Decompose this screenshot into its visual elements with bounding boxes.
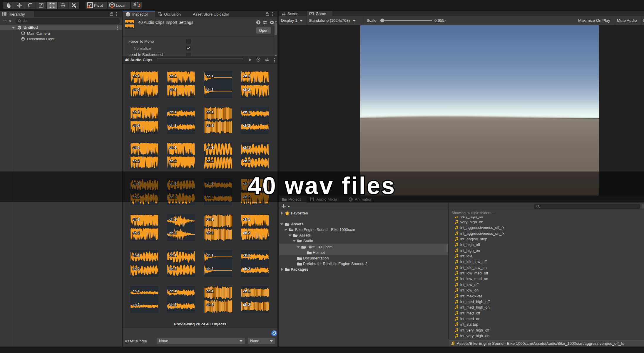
svg-text:ch 2: ch 2 xyxy=(243,124,250,128)
svg-text:ch 1: ch 1 xyxy=(206,289,213,293)
svg-text:ch 2: ch 2 xyxy=(243,231,250,235)
svg-text:ch 2: ch 2 xyxy=(169,231,176,235)
svg-text:ch 1: ch 1 xyxy=(169,289,176,293)
svg-text:ch 2: ch 2 xyxy=(133,88,140,92)
svg-text:ch 1: ch 1 xyxy=(169,217,176,222)
svg-text:ch 1: ch 1 xyxy=(133,289,140,293)
svg-text:ch 2: ch 2 xyxy=(169,159,176,163)
svg-text:ch 2: ch 2 xyxy=(133,303,140,307)
svg-text:ch 1: ch 1 xyxy=(206,146,213,150)
svg-text:ch 1: ch 1 xyxy=(169,253,176,257)
svg-text:ch 1: ch 1 xyxy=(206,253,213,257)
svg-text:ch 2: ch 2 xyxy=(206,88,213,92)
svg-text:ch 1: ch 1 xyxy=(133,110,140,114)
svg-text:ch 1: ch 1 xyxy=(243,289,250,293)
svg-text:ch 1: ch 1 xyxy=(169,110,176,114)
svg-text:ch 1: ch 1 xyxy=(133,253,140,257)
svg-text:ch 2: ch 2 xyxy=(243,159,250,163)
svg-text:40 wav files: 40 wav files xyxy=(248,172,396,199)
svg-text:ch 2: ch 2 xyxy=(243,88,250,92)
svg-text:ch 2: ch 2 xyxy=(169,267,176,271)
svg-text:ch 2: ch 2 xyxy=(206,267,213,271)
svg-text:ch 1: ch 1 xyxy=(133,217,140,222)
svg-text:ch 2: ch 2 xyxy=(169,303,176,307)
svg-text:ch 1: ch 1 xyxy=(243,217,250,222)
svg-text:ch 1: ch 1 xyxy=(206,110,213,114)
svg-text:ch 1: ch 1 xyxy=(206,74,213,78)
svg-text:ch 2: ch 2 xyxy=(243,267,250,271)
svg-text:ch 1: ch 1 xyxy=(169,74,176,78)
svg-text:ch 2: ch 2 xyxy=(169,124,176,128)
svg-text:ch 1: ch 1 xyxy=(243,110,250,114)
svg-text:ch 2: ch 2 xyxy=(133,124,140,128)
svg-text:ch 1: ch 1 xyxy=(169,146,176,150)
svg-text:ch 1: ch 1 xyxy=(243,253,250,257)
svg-text:ch 1: ch 1 xyxy=(206,217,213,222)
svg-text:ch 1: ch 1 xyxy=(133,146,140,150)
svg-text:ch 2: ch 2 xyxy=(206,303,213,307)
svg-text:ch 2: ch 2 xyxy=(133,267,140,271)
svg-text:ch 2: ch 2 xyxy=(133,159,140,163)
svg-text:?: ? xyxy=(257,21,259,24)
svg-text:ch 2: ch 2 xyxy=(206,159,213,163)
svg-text:ch 2: ch 2 xyxy=(133,231,140,235)
svg-text:ch 1: ch 1 xyxy=(133,74,140,78)
svg-text:ch 2: ch 2 xyxy=(206,231,213,235)
svg-text:ch 2: ch 2 xyxy=(206,124,213,128)
svg-text:ch 1: ch 1 xyxy=(243,146,250,150)
svg-text:ch 2: ch 2 xyxy=(243,303,250,307)
svg-text:ch 1: ch 1 xyxy=(243,74,250,78)
svg-text:ch 2: ch 2 xyxy=(169,88,176,92)
